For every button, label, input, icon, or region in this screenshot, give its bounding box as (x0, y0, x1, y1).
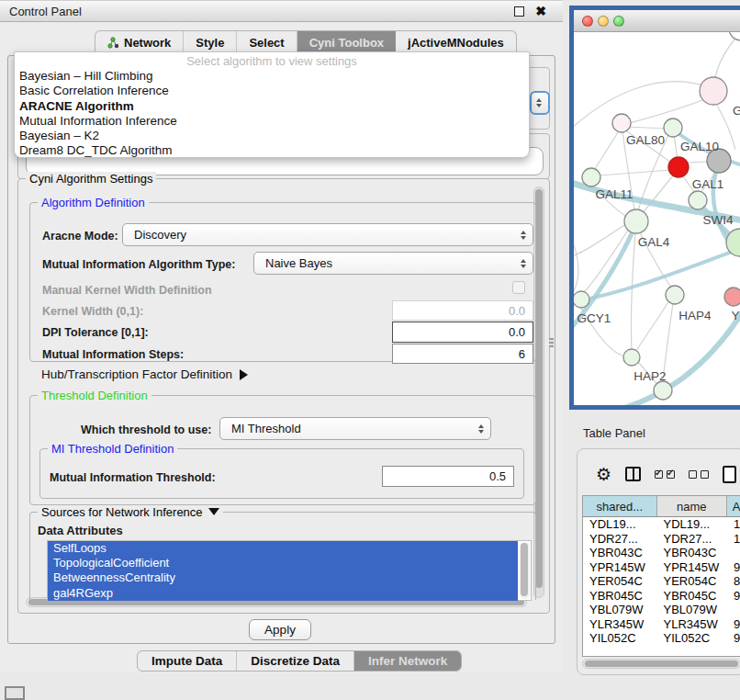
node-partial-bottom[interactable] (654, 381, 672, 400)
kernel-width-field[interactable] (392, 300, 533, 321)
table-row[interactable]: YLR345W YLR345W 9. (583, 617, 740, 632)
list-item[interactable]: gal4RGexp (48, 586, 518, 601)
node-gcy1[interactable] (574, 291, 589, 308)
tab-infer-network[interactable]: Infer Network (354, 651, 461, 671)
cell-value[interactable] (727, 546, 740, 560)
column-header-name[interactable]: name (657, 496, 728, 516)
node-gal80[interactable] (612, 114, 631, 132)
cell-name[interactable]: YBR045C (657, 589, 728, 604)
cell-name[interactable]: YIL052C (657, 631, 728, 646)
bottom-tabbar: Impute Data Discretize Data Infer Networ… (137, 650, 462, 672)
hub-definition-expander[interactable]: Hub/Transcription Factor Definition (41, 367, 248, 381)
float-window-icon[interactable] (514, 6, 524, 17)
algorithm-option[interactable]: Bayesian – K2 (15, 129, 529, 143)
cell-name[interactable]: YPR145W (657, 560, 728, 575)
sources-legend[interactable]: Sources for Network Inference (38, 505, 223, 519)
deselect-all-checkboxes-icon[interactable] (689, 470, 709, 479)
minimize-traffic-light[interactable] (598, 16, 609, 27)
algorithm-option[interactable]: Bayesian – Hill Climbing (15, 69, 529, 84)
apply-button[interactable]: Apply (249, 619, 311, 640)
node-hap2[interactable] (623, 349, 640, 366)
table-row[interactable]: YBR045C YBR045C 9. (583, 589, 740, 604)
node-partial-top[interactable] (729, 32, 740, 40)
column-header-shared-name[interactable]: shared... (583, 496, 657, 516)
cell-shared[interactable]: YDL19... (583, 517, 657, 532)
cell-value[interactable]: 9. (727, 560, 740, 575)
table-row[interactable]: YER054C YER054C 8. (583, 574, 740, 589)
mi-steps-field[interactable] (392, 344, 533, 364)
algorithm-option[interactable]: Dream8 DC_TDC Algorithm (15, 143, 529, 158)
node-label: GAL11 (595, 187, 633, 201)
cell-name[interactable]: YBR043C (657, 546, 728, 560)
network-node-labels: GAL GAL80 GAL10 GAL1 GAL11 SWI4 GAL4 GCY… (577, 104, 740, 383)
document-icon[interactable] (723, 466, 736, 483)
cell-shared[interactable]: YLR345W (583, 617, 657, 632)
cell-name[interactable]: YER054C (657, 574, 728, 589)
zoom-traffic-light[interactable] (613, 16, 624, 27)
attributes-scrollbar-thumb[interactable] (521, 543, 528, 596)
cell-value[interactable]: 12 (727, 532, 740, 547)
cell-name[interactable]: YDL19... (657, 517, 728, 532)
settings-vertical-scrollbar-thumb[interactable] (535, 189, 543, 588)
mi-algorithm-type-combobox[interactable]: Naive Bayes (253, 252, 533, 275)
node-gal11[interactable] (582, 168, 600, 186)
cell-value[interactable] (727, 603, 740, 617)
close-traffic-light[interactable] (582, 16, 593, 27)
cell-shared[interactable]: YBR043C (583, 546, 657, 560)
cell-value[interactable]: 9. (727, 589, 740, 604)
mi-threshold-field[interactable] (382, 466, 514, 487)
aracne-mode-combobox[interactable]: Discovery (122, 223, 533, 246)
cell-shared[interactable]: YBR045C (583, 589, 657, 604)
node-swi4[interactable] (689, 191, 707, 209)
network-canvas[interactable]: GAL GAL80 GAL10 GAL1 GAL11 SWI4 GAL4 GCY… (574, 32, 740, 405)
node-gal10[interactable] (664, 119, 682, 137)
table-row[interactable]: YPR145W YPR145W 9. (583, 560, 740, 575)
cell-value[interactable]: 9 (727, 631, 740, 646)
select-all-checkboxes-icon[interactable] (655, 470, 675, 479)
dpi-tolerance-field[interactable] (392, 322, 533, 343)
tab-impute-data[interactable]: Impute Data (138, 651, 237, 671)
network-window-titlebar[interactable] (574, 10, 740, 32)
list-item[interactable]: SelfLoops (48, 541, 518, 556)
cell-value[interactable]: 9. (727, 617, 740, 632)
cell-shared[interactable]: YPR145W (583, 560, 657, 575)
manual-kernel-width-checkbox[interactable] (512, 281, 525, 294)
tab-discretize-data[interactable]: Discretize Data (237, 651, 354, 671)
node-salmon[interactable] (724, 288, 740, 306)
columns-icon[interactable] (625, 467, 641, 481)
cell-name[interactable]: YBL079W (657, 603, 728, 617)
node-gal4[interactable] (624, 209, 648, 233)
which-threshold-combobox[interactable]: MI Threshold (219, 417, 491, 440)
cell-shared[interactable]: YIL052C (583, 631, 657, 646)
table-row[interactable]: YDR27... YDR27... 12 (583, 532, 740, 547)
threshold-definition-legend: Threshold Definition (38, 389, 151, 402)
cell-name[interactable]: YLR345W (657, 617, 728, 632)
algorithm-option[interactable]: Mutual Information Inference (15, 114, 529, 129)
table-row[interactable]: YBR043C YBR043C (583, 546, 740, 560)
algorithm-combo-arrow-button[interactable] (530, 91, 550, 115)
table-row[interactable]: YBL079W YBL079W (583, 603, 740, 617)
node-gal-pink[interactable] (700, 77, 727, 105)
cell-shared[interactable]: YER054C (583, 574, 657, 589)
panel-splitter-handle[interactable] (549, 338, 554, 347)
node-hap4[interactable] (666, 286, 684, 304)
attributes-scrollbar[interactable] (520, 542, 530, 599)
algorithm-option-selected[interactable]: ARACNE Algorithm (15, 99, 529, 114)
gear-icon[interactable]: ⚙ (596, 466, 611, 483)
cell-shared[interactable]: YDR27... (583, 532, 657, 547)
node-gal1-red[interactable] (668, 157, 689, 177)
algorithm-option[interactable]: Basic Correlation Inference (15, 84, 529, 98)
cell-value[interactable]: 13 (727, 517, 740, 532)
docked-panel-icon[interactable] (5, 686, 25, 700)
list-item[interactable]: BetweennessCentrality (48, 570, 518, 585)
cell-shared[interactable]: YBL079W (583, 603, 657, 617)
table-row[interactable]: YDL19... YDL19... 13 (583, 517, 740, 532)
cell-value[interactable]: 8. (727, 574, 740, 589)
cell-name[interactable]: YDR27... (657, 532, 728, 547)
list-item[interactable]: TopologicalCoefficient (48, 556, 518, 570)
table-horizontal-scrollbar-thumb[interactable] (585, 660, 738, 667)
table-horizontal-scrollbar[interactable] (582, 659, 740, 669)
column-header-partial[interactable]: A (727, 496, 740, 516)
table-row[interactable]: YIL052C YIL052C 9 (583, 631, 740, 646)
close-icon[interactable]: ✖ (535, 5, 546, 17)
